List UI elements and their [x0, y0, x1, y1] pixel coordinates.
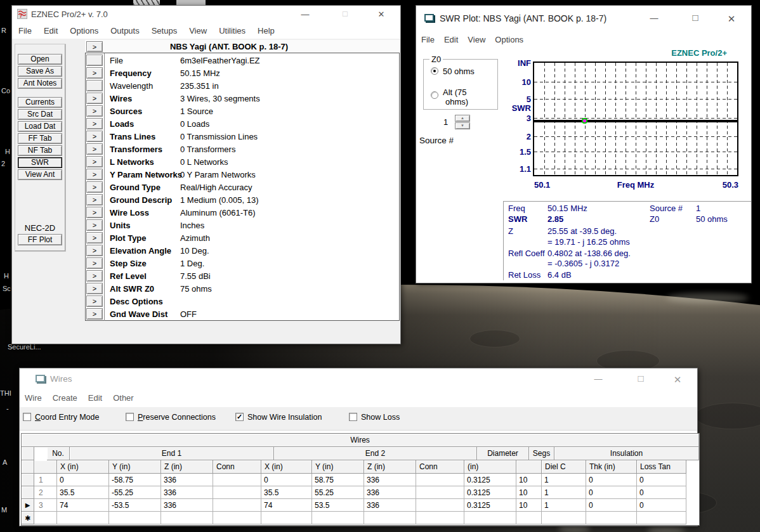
- wires-cell[interactable]: [416, 499, 464, 512]
- row-expand-button-step-size[interactable]: >: [86, 257, 103, 269]
- row-expand-button-l-networks[interactable]: >: [86, 156, 103, 167]
- row-expand-button-ground-descrip[interactable]: >: [86, 194, 103, 205]
- wires-cell[interactable]: 1: [542, 499, 586, 512]
- checkbox-coord-entry-mode[interactable]: [23, 413, 31, 421]
- wires-cell[interactable]: [213, 474, 261, 486]
- menu-item-utilities[interactable]: Utilities: [219, 26, 246, 36]
- wires-cell[interactable]: 336: [364, 499, 416, 512]
- wires-cell[interactable]: 55.25: [312, 486, 364, 499]
- spinner-down-button[interactable]: ▼: [455, 122, 470, 129]
- sidebar-button-ant-notes[interactable]: Ant Notes: [18, 78, 62, 89]
- checkbox-show-loss[interactable]: [349, 413, 357, 421]
- wires-cell[interactable]: 0: [637, 474, 686, 486]
- wires-cell[interactable]: [416, 474, 464, 486]
- row-expand-button-units[interactable]: >: [86, 219, 103, 231]
- desktop-icon-label[interactable]: H: [5, 148, 10, 155]
- wires-cell[interactable]: [34, 512, 57, 524]
- desktop-icon-label[interactable]: -: [6, 405, 9, 412]
- wires-cell[interactable]: [637, 512, 686, 524]
- wires-cell[interactable]: 0: [261, 474, 312, 486]
- row-expand-button-transformers[interactable]: >: [86, 143, 103, 155]
- sidebar-button-view-ant[interactable]: View Ant: [18, 169, 62, 180]
- desktop-icon-label[interactable]: R: [1, 27, 6, 34]
- sidebar-button-swr[interactable]: SWR: [18, 157, 62, 168]
- wires-cell[interactable]: 10: [516, 474, 542, 486]
- wires-cell[interactable]: [364, 512, 416, 524]
- sidebar-button-nf-tab[interactable]: NF Tab: [18, 145, 62, 156]
- menu-item-outputs[interactable]: Outputs: [110, 26, 140, 36]
- wires-cell[interactable]: 336: [364, 486, 416, 499]
- checkbox-show-wire-insulation[interactable]: ✓: [235, 413, 244, 421]
- menu-item-edit[interactable]: Edit: [444, 35, 458, 44]
- menu-item-other[interactable]: Other: [113, 393, 134, 403]
- menu-item-view[interactable]: View: [189, 26, 207, 36]
- wires-cell[interactable]: 0.3125: [464, 486, 516, 499]
- row-expand-button-ground-type[interactable]: >: [86, 181, 103, 193]
- menu-item-edit[interactable]: Edit: [88, 393, 102, 403]
- row-expand-button-loads[interactable]: >: [86, 118, 103, 129]
- wires-cell[interactable]: [312, 512, 364, 524]
- main-titlebar[interactable]: 7 EZNEC Pro/2+ v. 7.0 — □ ✕: [12, 6, 400, 22]
- wires-cell[interactable]: 74: [261, 499, 312, 512]
- row-expand-button-elevation-angle[interactable]: >: [86, 245, 103, 256]
- minimize-icon[interactable]: —: [645, 13, 664, 23]
- desktop-icon-label[interactable]: A: [3, 458, 7, 466]
- row-expand-button-ref-level[interactable]: >: [86, 270, 103, 282]
- menu-item-help[interactable]: Help: [258, 26, 275, 36]
- maximize-icon[interactable]: □: [686, 12, 705, 23]
- sidebar-button-save-as[interactable]: Save As: [18, 66, 62, 77]
- checkbox-preserve-connections[interactable]: [126, 413, 134, 421]
- wires-cell[interactable]: [464, 512, 516, 524]
- wires-cell[interactable]: 35.5: [57, 486, 109, 499]
- row-expand-button-wire-loss[interactable]: >: [86, 207, 103, 218]
- wires-cell[interactable]: 0.3125: [464, 474, 516, 486]
- sidebar-button-src-dat[interactable]: Src Dat: [18, 109, 62, 120]
- wires-cell[interactable]: [213, 499, 261, 512]
- wires-cell[interactable]: [161, 512, 213, 524]
- row-expand-button-frequency[interactable]: >: [86, 67, 103, 79]
- menu-item-file[interactable]: File: [18, 26, 32, 36]
- sidebar-button-load-dat[interactable]: Load Dat: [18, 121, 62, 132]
- wires-row-selector[interactable]: ▶: [22, 499, 34, 512]
- wires-cell[interactable]: -58.75: [109, 474, 161, 486]
- wires-cell[interactable]: [109, 512, 161, 524]
- wires-cell[interactable]: 0: [637, 486, 686, 499]
- wires-cell[interactable]: 336: [161, 486, 213, 499]
- wires-cell[interactable]: 336: [161, 499, 213, 512]
- desktop-icon-label[interactable]: 2: [1, 160, 5, 167]
- wires-new-row-selector[interactable]: ✱: [22, 512, 34, 524]
- wires-cell[interactable]: -55.25: [109, 486, 161, 499]
- sidebar-button-ff-tab[interactable]: FF Tab: [18, 133, 62, 144]
- desktop-icon-label[interactable]: Co: [1, 87, 10, 94]
- sidebar-button-open[interactable]: Open: [18, 54, 62, 65]
- wires-cell[interactable]: 10: [516, 486, 542, 499]
- wires-cell[interactable]: 0: [586, 474, 637, 486]
- maximize-icon[interactable]: □: [631, 373, 650, 384]
- wires-cell[interactable]: [416, 486, 464, 499]
- wires-titlebar[interactable]: Wires — □ ✕: [20, 368, 697, 389]
- wires-cell[interactable]: 74: [57, 499, 109, 512]
- wires-cell[interactable]: [542, 512, 586, 524]
- wires-cell[interactable]: [416, 512, 464, 524]
- wires-cell[interactable]: 53.5: [312, 499, 364, 512]
- menu-item-file[interactable]: File: [421, 35, 435, 44]
- wires-cell[interactable]: 58.75: [312, 474, 364, 486]
- wires-cell[interactable]: 336: [364, 474, 416, 486]
- wires-cell[interactable]: [516, 512, 542, 524]
- wires-cell[interactable]: 0: [57, 474, 109, 486]
- wires-cell[interactable]: 336: [161, 474, 213, 486]
- close-icon[interactable]: ✕: [668, 374, 687, 386]
- wires-cell[interactable]: 1: [542, 486, 586, 499]
- desktop-icon-label[interactable]: Sc: [3, 285, 11, 292]
- wires-cell[interactable]: [213, 512, 261, 524]
- row-expand-button-y-param-networks[interactable]: >: [86, 169, 103, 180]
- z0-alt75-radio[interactable]: [431, 91, 438, 99]
- close-icon[interactable]: ✕: [372, 10, 391, 19]
- wires-cell[interactable]: [261, 512, 312, 524]
- wires-cell[interactable]: [586, 512, 637, 524]
- menu-item-create[interactable]: Create: [53, 393, 77, 403]
- swr-titlebar[interactable]: SWR Plot: NBS Yagi (ANT. BOOK p. 18-7) —…: [416, 6, 751, 31]
- menu-item-options[interactable]: Options: [495, 35, 523, 44]
- wires-cell[interactable]: 0: [637, 499, 686, 512]
- row-expand-button-wires[interactable]: >: [86, 93, 103, 104]
